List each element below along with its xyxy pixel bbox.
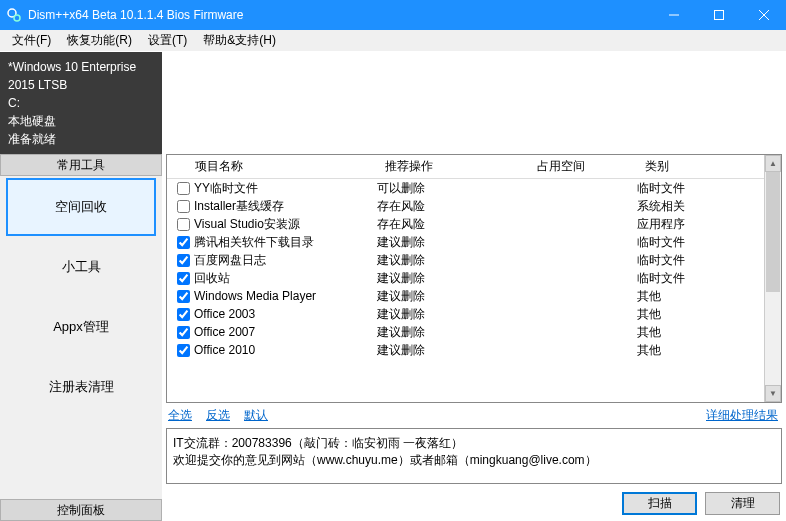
app-icon [6, 7, 22, 23]
row-category: 系统相关 [637, 198, 781, 215]
table-row[interactable]: Windows Media Player建议删除其他 [167, 287, 781, 305]
scroll-up-icon[interactable]: ▲ [765, 155, 781, 172]
info-text-box: IT交流群：200783396（敲门砖：临安初雨 一夜落红） 欢迎提交你的意见到… [166, 428, 782, 484]
row-name: Office 2003 [194, 307, 255, 321]
row-action: 建议删除 [377, 252, 529, 269]
row-name: Windows Media Player [194, 289, 316, 303]
row-action: 建议删除 [377, 306, 529, 323]
row-name: Office 2010 [194, 343, 255, 357]
link-detail[interactable]: 详细处理结果 [706, 407, 778, 424]
maximize-button[interactable] [696, 0, 741, 30]
row-action: 存在风险 [377, 198, 529, 215]
table-row[interactable]: Installer基线缓存存在风险系统相关 [167, 197, 781, 215]
svg-rect-3 [714, 11, 723, 20]
sidebar-item-1[interactable]: 小工具 [6, 238, 156, 296]
table-row[interactable]: Office 2007建议删除其他 [167, 323, 781, 341]
scroll-thumb[interactable] [766, 172, 780, 292]
sidebar: 常用工具 空间回收小工具Appx管理注册表清理 控制面板 [0, 154, 162, 521]
row-category: 临时文件 [637, 252, 781, 269]
info-line-os: *Windows 10 Enterprise 2015 LTSB [8, 58, 154, 94]
table-row[interactable]: 百度网盘日志建议删除临时文件 [167, 251, 781, 269]
scrollbar[interactable]: ▲ ▼ [764, 155, 781, 402]
row-action: 建议删除 [377, 324, 529, 341]
app-title: Dism++x64 Beta 10.1.1.4 Bios Firmware [28, 8, 651, 22]
row-checkbox[interactable] [177, 272, 190, 285]
table-row[interactable]: Visual Studio安装源存在风险应用程序 [167, 215, 781, 233]
row-category: 其他 [637, 306, 781, 323]
row-checkbox[interactable] [177, 182, 190, 195]
row-name: 回收站 [194, 270, 230, 287]
table-row[interactable]: 回收站建议删除临时文件 [167, 269, 781, 287]
row-action: 建议删除 [377, 234, 529, 251]
scroll-down-icon[interactable]: ▼ [765, 385, 781, 402]
sidebar-header[interactable]: 常用工具 [0, 154, 162, 176]
row-name: Office 2007 [194, 325, 255, 339]
row-category: 其他 [637, 288, 781, 305]
menu-settings[interactable]: 设置(T) [140, 30, 195, 51]
row-name: 百度网盘日志 [194, 252, 266, 269]
row-action: 建议删除 [377, 288, 529, 305]
row-checkbox[interactable] [177, 200, 190, 213]
row-category: 应用程序 [637, 216, 781, 233]
link-select-all[interactable]: 全选 [168, 407, 192, 424]
cleanup-table: 项目名称 推荐操作 占用空间 类别 YY临时文件可以删除临时文件Installe… [166, 154, 782, 403]
sidebar-item-0[interactable]: 空间回收 [6, 178, 156, 236]
button-row: 扫描 清理 [166, 484, 782, 517]
system-info-box: *Windows 10 Enterprise 2015 LTSB C: 本地硬盘… [0, 52, 162, 154]
clean-button[interactable]: 清理 [705, 492, 780, 515]
row-action: 建议删除 [377, 342, 529, 359]
menu-recovery[interactable]: 恢复功能(R) [59, 30, 140, 51]
row-action: 存在风险 [377, 216, 529, 233]
row-name: Installer基线缓存 [194, 198, 284, 215]
link-default[interactable]: 默认 [244, 407, 268, 424]
col-space[interactable]: 占用空间 [529, 158, 637, 175]
row-checkbox[interactable] [177, 308, 190, 321]
table-row[interactable]: 腾讯相关软件下载目录建议删除临时文件 [167, 233, 781, 251]
row-name: 腾讯相关软件下载目录 [194, 234, 314, 251]
info-line-type: 本地硬盘 [8, 112, 154, 130]
info-line-status: 准备就绪 [8, 130, 154, 148]
row-category: 其他 [637, 324, 781, 341]
row-name: Visual Studio安装源 [194, 216, 300, 233]
info-text-line2: 欢迎提交你的意见到网站（www.chuyu.me）或者邮箱（mingkuang@… [173, 452, 775, 469]
row-category: 临时文件 [637, 234, 781, 251]
titlebar: Dism++x64 Beta 10.1.1.4 Bios Firmware [0, 0, 786, 30]
menu-file[interactable]: 文件(F) [4, 30, 59, 51]
row-name: YY临时文件 [194, 180, 258, 197]
row-checkbox[interactable] [177, 344, 190, 357]
table-row[interactable]: YY临时文件可以删除临时文件 [167, 179, 781, 197]
col-action[interactable]: 推荐操作 [377, 158, 529, 175]
row-category: 其他 [637, 342, 781, 359]
close-button[interactable] [741, 0, 786, 30]
row-checkbox[interactable] [177, 326, 190, 339]
table-row[interactable]: Office 2010建议删除其他 [167, 341, 781, 359]
col-name[interactable]: 项目名称 [167, 158, 377, 175]
row-checkbox[interactable] [177, 254, 190, 267]
row-action: 可以删除 [377, 180, 529, 197]
table-row[interactable]: Office 2003建议删除其他 [167, 305, 781, 323]
row-checkbox[interactable] [177, 290, 190, 303]
svg-point-1 [14, 15, 20, 21]
table-header: 项目名称 推荐操作 占用空间 类别 [167, 155, 781, 179]
window-controls [651, 0, 786, 30]
links-row: 全选 反选 默认 详细处理结果 [166, 403, 782, 428]
row-checkbox[interactable] [177, 236, 190, 249]
scan-button[interactable]: 扫描 [622, 492, 697, 515]
info-line-drive: C: [8, 94, 154, 112]
row-checkbox[interactable] [177, 218, 190, 231]
sidebar-footer[interactable]: 控制面板 [0, 499, 162, 521]
menu-help[interactable]: 帮助&支持(H) [195, 30, 284, 51]
minimize-button[interactable] [651, 0, 696, 30]
menubar: 文件(F) 恢复功能(R) 设置(T) 帮助&支持(H) [0, 30, 786, 52]
row-category: 临时文件 [637, 270, 781, 287]
link-invert[interactable]: 反选 [206, 407, 230, 424]
sidebar-item-2[interactable]: Appx管理 [6, 298, 156, 356]
sidebar-item-3[interactable]: 注册表清理 [6, 358, 156, 416]
col-category[interactable]: 类别 [637, 158, 781, 175]
row-action: 建议删除 [377, 270, 529, 287]
info-text-line1: IT交流群：200783396（敲门砖：临安初雨 一夜落红） [173, 435, 775, 452]
row-category: 临时文件 [637, 180, 781, 197]
